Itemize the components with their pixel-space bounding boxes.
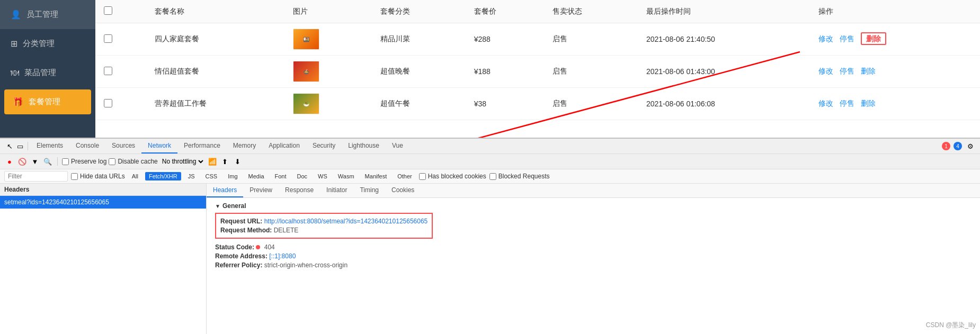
tab-vue[interactable]: Vue — [386, 139, 409, 154]
details-tab-headers[interactable]: Headers — [207, 184, 243, 197]
request-method-row: Request Method: DELETE — [220, 227, 427, 234]
data-table: 套餐名称 图片 套餐分类 套餐价 售卖状态 最后操作时间 操作 四人家庭套餐 🍱… — [95, 0, 980, 120]
details-tab-cookies[interactable]: Cookies — [385, 184, 421, 197]
edit-button[interactable]: 修改 — [818, 34, 833, 43]
row-name: 营养超值工作餐 — [146, 88, 284, 120]
delete-button[interactable]: 删除 — [861, 99, 876, 107]
tab-application[interactable]: Application — [262, 139, 306, 154]
request-url-row: Request URL: http://localhost:8080/setme… — [220, 218, 427, 225]
error-badge: 1 — [942, 142, 950, 150]
network-list-item[interactable]: setmeal?ids=1423640210125656065 — [0, 196, 206, 209]
filter-manifest[interactable]: Manifest — [361, 172, 391, 180]
settings-icon[interactable]: ⚙ — [965, 141, 976, 151]
tab-console[interactable]: Console — [69, 139, 105, 154]
tab-memory[interactable]: Memory — [227, 139, 262, 154]
blocked-requests-label[interactable]: Blocked Requests — [489, 173, 550, 180]
referrer-policy-row: Referrer Policy: strict-origin-when-cros… — [215, 261, 972, 269]
status-code-value: 404 — [264, 243, 275, 251]
filter-doc[interactable]: Doc — [293, 172, 311, 180]
separator — [57, 157, 58, 166]
toggle-button[interactable]: 停售 — [840, 67, 854, 75]
device-icon[interactable]: ▭ — [15, 141, 25, 151]
has-blocked-cookies-checkbox[interactable] — [419, 173, 426, 180]
row-status: 启售 — [544, 23, 638, 56]
disable-cache-checkbox[interactable] — [109, 158, 115, 165]
select-all-checkbox[interactable] — [104, 6, 112, 15]
record-icon[interactable]: ● — [4, 156, 15, 167]
details-tab-initiator[interactable]: Initiator — [320, 184, 353, 197]
row-category: 精品川菜 — [372, 23, 466, 56]
row-checkbox[interactable] — [104, 99, 112, 107]
toggle-button[interactable]: 停售 — [840, 34, 854, 43]
toggle-button[interactable]: 停售 — [840, 99, 854, 107]
tab-elements[interactable]: Elements — [30, 139, 69, 154]
hide-data-urls-checkbox[interactable] — [71, 173, 78, 180]
sidebar-item-staff[interactable]: 👤 员工管理 — [0, 0, 95, 29]
col-name: 套餐名称 — [146, 0, 284, 23]
filter-font[interactable]: Font — [271, 172, 290, 180]
row-price: ¥38 — [466, 88, 545, 120]
remote-address-value: [::1]:8080 — [269, 252, 296, 260]
sidebar-item-setmeal[interactable]: 🎁 套餐管理 — [4, 89, 91, 114]
details-tab-preview[interactable]: Preview — [243, 184, 279, 197]
filter-icon[interactable]: ▼ — [30, 156, 40, 167]
clear-icon[interactable]: 🚫 — [17, 156, 28, 167]
hide-data-urls-label[interactable]: Hide data URLs — [71, 173, 125, 180]
row-name: 情侣超值套餐 — [146, 56, 284, 88]
category-icon: ⊞ — [11, 39, 17, 49]
edit-button[interactable]: 修改 — [818, 99, 833, 107]
row-time: 2021-08-06 01:43:00 — [638, 56, 810, 88]
status-code-row: Status Code: 404 — [215, 243, 972, 251]
network-list-header: Headers — [0, 184, 206, 196]
row-category: 超值晚餐 — [372, 56, 466, 88]
status-code-label: Status Code: — [215, 243, 254, 251]
status-dot — [256, 245, 260, 249]
staff-icon: 👤 — [11, 10, 21, 20]
col-checkbox — [95, 0, 146, 23]
row-time: 2021-08-06 21:40:50 — [638, 23, 810, 56]
wifi-icon[interactable]: 📶 — [207, 156, 218, 167]
download-icon[interactable]: ⬇ — [233, 156, 243, 167]
delete-button[interactable]: 删除 — [861, 32, 886, 45]
food-image: 🍲 — [293, 61, 319, 82]
tab-security[interactable]: Security — [306, 139, 342, 154]
filter-other[interactable]: Other — [394, 172, 416, 180]
edit-button[interactable]: 修改 — [818, 67, 833, 75]
blocked-requests-checkbox[interactable] — [489, 173, 496, 180]
row-checkbox[interactable] — [104, 34, 112, 43]
filter-js[interactable]: JS — [184, 172, 199, 180]
tab-sources[interactable]: Sources — [105, 139, 141, 154]
sidebar-item-dish[interactable]: 🍽 菜品管理 — [0, 58, 95, 87]
throttling-select[interactable]: No throttling — [160, 157, 205, 166]
tab-performance[interactable]: Performance — [177, 139, 227, 154]
row-checkbox[interactable] — [104, 67, 112, 75]
tab-lighthouse[interactable]: Lighthouse — [342, 139, 386, 154]
col-action: 操作 — [810, 0, 980, 23]
filter-fetch-xhr[interactable]: Fetch/XHR — [145, 172, 181, 180]
food-image: 🍱 — [293, 29, 319, 50]
filter-img[interactable]: Img — [224, 172, 241, 180]
filter-css[interactable]: CSS — [202, 172, 221, 180]
filter-wasm[interactable]: Wasm — [334, 172, 358, 180]
request-method-label: Request Method: — [220, 227, 272, 234]
sidebar-item-category[interactable]: ⊞ 分类管理 — [0, 29, 95, 58]
search-icon[interactable]: 🔍 — [42, 156, 53, 167]
preserve-log-checkbox[interactable] — [62, 158, 69, 165]
upload-icon[interactable]: ⬆ — [220, 156, 230, 167]
tab-network[interactable]: Network — [141, 139, 177, 154]
filter-all[interactable]: All — [128, 172, 142, 180]
disable-cache-label[interactable]: Disable cache — [109, 158, 157, 165]
network-list: Headers setmeal?ids=1423640210125656065 — [0, 184, 207, 334]
details-tab-response[interactable]: Response — [279, 184, 320, 197]
preserve-log-label[interactable]: Preserve log — [62, 158, 106, 165]
setmeal-icon: 🎁 — [13, 97, 23, 107]
col-category: 套餐分类 — [372, 0, 466, 23]
details-tab-timing[interactable]: Timing — [353, 184, 385, 197]
filter-ws[interactable]: WS — [314, 172, 331, 180]
referrer-policy-label: Referrer Policy: — [215, 261, 262, 269]
filter-input[interactable] — [4, 171, 68, 182]
filter-media[interactable]: Media — [245, 172, 268, 180]
delete-button[interactable]: 删除 — [861, 67, 876, 75]
cursor-icon[interactable]: ↖ — [4, 141, 15, 151]
has-blocked-cookies-label[interactable]: Has blocked cookies — [419, 173, 486, 180]
